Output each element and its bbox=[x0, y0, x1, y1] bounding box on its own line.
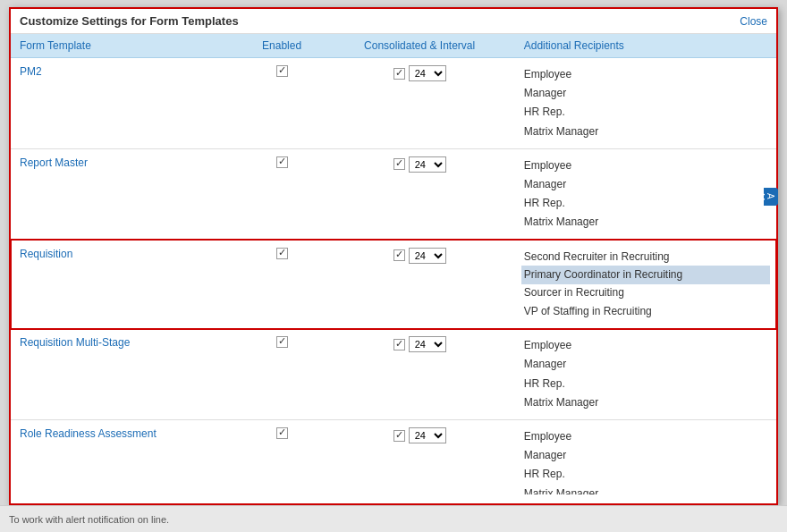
form-templates-table: Form Template Enabled Consolidated & Int… bbox=[11, 34, 776, 494]
interval-select[interactable]: 24 bbox=[409, 156, 446, 173]
recipient-item: VP of Staffing in Recruiting bbox=[524, 302, 767, 321]
enabled-checkbox[interactable] bbox=[276, 427, 288, 439]
table-container: Form Template Enabled Consolidated & Int… bbox=[11, 34, 776, 494]
consolidated-checkbox[interactable] bbox=[394, 158, 405, 170]
recipient-item: HR Rep. bbox=[524, 194, 767, 213]
consolidated-cell: 24 bbox=[325, 420, 515, 495]
enabled-checkbox[interactable] bbox=[276, 336, 288, 348]
enabled-cell bbox=[240, 148, 325, 240]
form-template-name[interactable]: Requisition bbox=[11, 240, 240, 329]
recipient-item: Primary Coordinator in Recruiting bbox=[521, 266, 770, 284]
col-header-consolidated: Consolidated & Interval bbox=[325, 34, 515, 58]
recipient-item: Manager bbox=[524, 446, 767, 465]
consolidated-checkbox[interactable] bbox=[394, 339, 405, 350]
consolidated-cell: 24 bbox=[325, 329, 515, 420]
table-row: Role Readiness Assessment24EmployeeManag… bbox=[11, 420, 776, 495]
interval-select[interactable]: 24 bbox=[409, 248, 446, 264]
consolidated-checkbox[interactable] bbox=[394, 68, 405, 80]
interval-select[interactable]: 24 bbox=[409, 427, 446, 443]
form-template-name[interactable]: Report Master bbox=[11, 148, 240, 240]
modal-title: Customize Settings for Form Templates bbox=[20, 14, 239, 28]
table-row: PM224EmployeeManagerHR Rep.Matrix Manage… bbox=[11, 58, 776, 149]
col-header-enabled: Enabled bbox=[240, 34, 325, 58]
recipient-item: Employee bbox=[524, 336, 767, 355]
consolidated-checkbox[interactable] bbox=[394, 249, 405, 261]
interval-select[interactable]: 24 bbox=[409, 65, 446, 81]
enabled-checkbox[interactable] bbox=[276, 248, 288, 259]
enabled-cell bbox=[240, 329, 325, 420]
form-template-name[interactable]: PM2 bbox=[11, 58, 240, 149]
consolidated-cell: 24 bbox=[325, 148, 515, 240]
col-header-form-template: Form Template bbox=[11, 34, 240, 58]
form-template-name[interactable]: Requisition Multi-Stage bbox=[11, 329, 240, 420]
recipient-item: HR Rep. bbox=[524, 103, 767, 122]
recipient-item: Sourcer in Recruiting bbox=[524, 283, 767, 302]
recipients-cell: EmployeeManagerHR Rep.Matrix Manager bbox=[515, 420, 776, 495]
form-template-name[interactable]: Role Readiness Assessment bbox=[11, 420, 240, 495]
modal: Customize Settings for Form Templates Cl… bbox=[9, 7, 778, 505]
recipient-item: Employee bbox=[524, 156, 767, 175]
recipient-item: Matrix Manager bbox=[524, 393, 767, 412]
recipient-item: HR Rep. bbox=[524, 375, 767, 393]
enabled-checkbox[interactable] bbox=[276, 65, 288, 77]
col-header-recipients: Additional Recipients bbox=[515, 34, 776, 58]
enabled-cell bbox=[240, 58, 325, 149]
bottom-bar: To work with alert notification on line. bbox=[0, 505, 787, 532]
table-row: Report Master24EmployeeManagerHR Rep.Mat… bbox=[11, 148, 776, 240]
recipient-item: Employee bbox=[524, 65, 767, 84]
recipient-item: Manager bbox=[524, 84, 767, 103]
recipient-item: Matrix Manager bbox=[524, 213, 767, 232]
side-tab[interactable]: AMer bbox=[764, 188, 778, 206]
recipients-cell: EmployeeManagerHR Rep.Matrix Manager bbox=[515, 58, 776, 149]
modal-header: Customize Settings for Form Templates Cl… bbox=[11, 9, 776, 34]
interval-select[interactable]: 24 bbox=[409, 336, 446, 352]
table-row: Requisition24Second Recruiter in Recruit… bbox=[11, 240, 776, 329]
recipient-item: Manager bbox=[524, 175, 767, 194]
recipients-cell: Second Recruiter in RecruitingPrimary Co… bbox=[515, 240, 776, 329]
bottom-bar-text: To work with alert notification on line. bbox=[9, 514, 169, 525]
recipient-item: Matrix Manager bbox=[524, 122, 767, 141]
enabled-checkbox[interactable] bbox=[276, 156, 288, 168]
consolidated-cell: 24 bbox=[325, 58, 515, 149]
recipient-item: Second Recruiter in Recruiting bbox=[524, 248, 767, 266]
enabled-cell bbox=[240, 420, 325, 495]
table-row: Requisition Multi-Stage24EmployeeManager… bbox=[11, 329, 776, 420]
recipient-item: Matrix Manager bbox=[524, 485, 767, 494]
recipient-item: HR Rep. bbox=[524, 465, 767, 484]
enabled-cell bbox=[240, 240, 325, 329]
consolidated-cell: 24 bbox=[325, 240, 515, 329]
recipient-item: Manager bbox=[524, 355, 767, 374]
recipients-cell: EmployeeManagerHR Rep.Matrix Manager bbox=[515, 329, 776, 420]
recipient-item: Employee bbox=[524, 427, 767, 446]
close-button[interactable]: Close bbox=[740, 15, 767, 28]
consolidated-checkbox[interactable] bbox=[394, 430, 405, 442]
table-header-row: Form Template Enabled Consolidated & Int… bbox=[11, 34, 776, 58]
